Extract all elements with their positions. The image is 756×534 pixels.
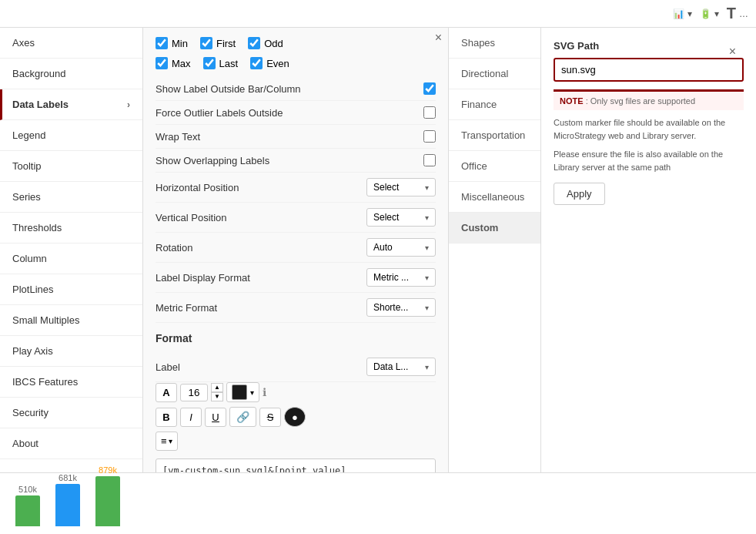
horizontal-position-label: Horizontal Position [156,182,239,193]
strikethrough-format-button[interactable]: S [259,408,281,427]
label-display-format-dropdown[interactable]: Metric ... ▾ [366,268,436,287]
sidebar-item-thresholds[interactable]: Thresholds [0,213,142,243]
shapes-item-shapes[interactable]: Shapes [449,28,540,59]
align-dropdown-button[interactable]: ≡ ▾ [156,432,178,451]
shapes-item-directional[interactable]: Directional [449,59,540,89]
horizontal-position-dropdown[interactable]: Select ▾ [366,178,436,196]
rotation-dropdown[interactable]: Auto ▾ [366,238,436,257]
sidebar-label-tooltip: Tooltip [12,160,42,172]
format-toolbar-2: B I U 🔗 S ● [156,407,436,427]
info-paragraph-2: Please ensure the file is also available… [554,148,744,173]
formula-input[interactable]: [vm-custom-sun.svg]&[point.value] [156,458,436,472]
even-checkbox[interactable] [250,57,263,69]
force-outlier-label: Force Outlier Labels Outside [156,107,283,119]
odd-checkbox[interactable] [248,37,260,49]
chart-group-1: 510k [15,485,40,526]
sidebar-item-background[interactable]: Background [0,59,142,89]
sidebar-item-about[interactable]: About [0,428,142,459]
sidebar-item-tooltip[interactable]: Tooltip [0,151,142,182]
shapes-item-office[interactable]: Office [449,151,540,182]
show-overlapping-label: Show Overlapping Labels [156,155,269,166]
chevron-right-icon: › [127,99,130,110]
link-format-button[interactable]: 🔗 [229,407,256,427]
metric-format-dropdown[interactable]: Shorte... ▾ [366,298,436,317]
center-panel: × Min First Odd Max Last [143,28,448,472]
info-icon[interactable]: ℹ [263,386,266,398]
bullet-format-button[interactable]: ● [284,407,306,427]
vertical-position-value: Select [373,212,399,223]
chart-bar-2 [55,484,80,526]
right-panel: Shapes Directional Finance Transportatio… [448,28,756,472]
sidebar-item-data-labels[interactable]: Data Labels › [0,89,142,120]
svg-path-input[interactable] [554,58,744,82]
note-prefix: NOTE [560,96,584,106]
sidebar-item-column[interactable]: Column [0,243,142,274]
sidebar-label-about: About [12,438,38,449]
last-checkbox[interactable] [203,57,216,69]
shapes-item-finance[interactable]: Finance [449,89,540,120]
bold-button[interactable]: A [156,383,177,402]
chart-bar-1 [15,495,40,526]
metric-format-row: Metric Format Shorte... ▾ [156,293,436,323]
directional-label: Directional [461,68,508,79]
force-outlier-row: Force Outlier Labels Outside [156,101,436,125]
sidebar-item-axes[interactable]: Axes [0,28,142,59]
vertical-position-row: Vertical Position Select ▾ [156,203,436,233]
align-icon: ≡ [161,435,167,447]
shapes-label: Shapes [461,37,495,49]
svg-path-panel: × SVG Path NOTE : Only svg files are sup… [541,28,756,472]
sidebar-label-ibcs: IBCS Features [12,376,78,388]
sidebar-item-play-axis[interactable]: Play Axis [0,336,142,367]
underline-format-button[interactable]: U [205,408,226,427]
sidebar-item-series[interactable]: Series [0,182,142,213]
text-toolbar-icon[interactable]: T … [727,5,748,22]
sidebar-label-background: Background [12,68,65,79]
chart-toolbar-icon[interactable]: 📊 ▾ [673,8,692,19]
sidebar-item-legend[interactable]: Legend [0,120,142,151]
font-size-up-button[interactable]: ▲ [211,383,223,392]
label-dropdown[interactable]: Data L... ▾ [366,358,436,376]
font-size-input[interactable] [180,384,208,401]
close-button[interactable]: × [435,31,442,45]
checkbox-odd: Odd [248,37,283,49]
min-checkbox[interactable] [156,37,168,49]
rotation-row: Rotation Auto ▾ [156,233,436,263]
first-checkbox[interactable] [200,37,212,49]
horizontal-position-row: Horizontal Position Select ▾ [156,173,436,203]
chart-icon-symbol: 📊 [673,8,684,19]
chart-label-3: 879k [99,465,117,475]
sidebar-item-security[interactable]: Security [0,398,142,428]
force-outlier-checkbox[interactable] [423,106,436,119]
chart-strip: 510k 681k 879k [0,472,756,534]
battery-toolbar-icon[interactable]: 🔋 ▾ [700,8,719,19]
svg-path-label: SVG Path [554,40,744,52]
checkbox-first: First [200,37,236,49]
vertical-position-dropdown[interactable]: Select ▾ [366,208,436,227]
show-overlapping-checkbox[interactable] [423,154,436,166]
color-picker-group[interactable]: ▾ [226,382,259,402]
wrap-text-label: Wrap Text [156,131,200,143]
shapes-item-transportation[interactable]: Transportation [449,120,540,151]
format-toolbar-3: ≡ ▾ [156,432,436,451]
sidebar-item-plotlines[interactable]: PlotLines [0,274,142,305]
checkbox-last: Last [203,57,239,69]
shapes-item-custom[interactable]: Custom [449,213,540,243]
max-checkbox[interactable] [156,57,168,69]
svg-close-button[interactable]: × [717,32,748,71]
sidebar-item-small-multiples[interactable]: Small Multiples [0,305,142,336]
min-label: Min [172,38,188,49]
bold-format-button[interactable]: B [156,408,177,427]
vertical-position-label: Vertical Position [156,212,227,223]
sidebar-item-ibcs[interactable]: IBCS Features [0,367,142,398]
metric-format-label: Metric Format [156,302,217,314]
font-size-down-button[interactable]: ▼ [211,392,223,401]
apply-button[interactable]: Apply [554,183,605,205]
odd-label: Odd [264,38,283,49]
font-size-spinner: ▲ ▼ [211,383,223,401]
shapes-item-miscellaneous[interactable]: Miscellaneous [449,182,540,213]
miscellaneous-label: Miscellaneous [461,191,524,203]
show-label-outside-checkbox[interactable] [423,82,436,95]
italic-format-button[interactable]: I [180,408,202,427]
wrap-text-checkbox[interactable] [423,130,436,143]
checkbox-min: Min [156,37,188,49]
